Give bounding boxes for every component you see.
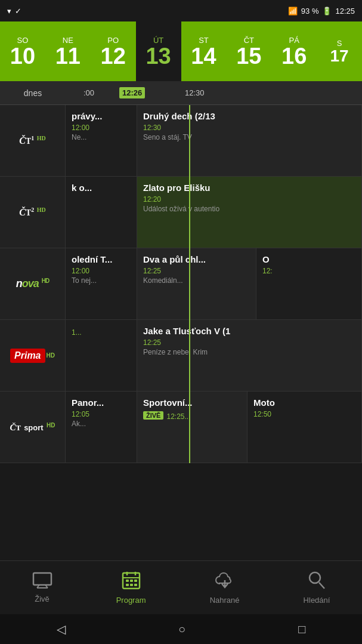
prima-logo: Prima HD [0,320,66,391]
channel-row-ct2: ČT2 HD k o... Zlato pro Elišku 12:20 Udá… [0,177,362,248]
ct2-prog2-time: 12:20 [143,195,355,204]
nova-prog1-time: 12:00 [72,267,131,275]
today-label: dnes [0,88,66,98]
ctsport-programs: Panor... 12:05 Ak... Sportovní... ŽIVĚ 1… [66,392,362,463]
recent-button[interactable]: □ [286,618,317,641]
prima-prog2-desc: Peníze z nebe. Krim [143,348,355,356]
tab-po-num: 12 [101,45,126,67]
svg-rect-10 [134,580,137,582]
ct2-prog1-title: k o... [72,183,131,193]
ctsport-prog3[interactable]: Moto 12:50 [247,392,362,463]
nova-prog3[interactable]: O 12: [256,248,362,319]
search-icon [308,571,326,593]
tv-icon [32,572,52,591]
cloud-download-icon [215,571,235,593]
channel-row-prima: Prima HD 1... Jake a Tlusťoch V (1 12:25… [0,320,362,392]
ctsport-prog2-title: Sportovní... [143,398,241,408]
ctsport-prog1[interactable]: Panor... 12:05 Ak... [66,392,137,463]
tab-ut[interactable]: ÚT 13 [136,21,181,81]
tab-ct[interactable]: ČT 15 [226,21,271,81]
nova-prog1[interactable]: olední T... 12:00 To nej... [66,248,137,319]
tab-st-num: 14 [191,45,216,67]
svg-rect-9 [130,580,133,582]
nav-live[interactable]: Živě [32,572,52,603]
nova-prog1-desc: To nej... [72,276,131,285]
tab-pa[interactable]: PÁ 16 [271,21,317,81]
wifi-icon: 📶 [288,7,298,16]
svg-rect-0 [33,573,51,585]
live-badge: ŽIVĚ [143,411,163,420]
tab-so-num: 10 [10,45,35,67]
ct2-prog2-title: Zlato pro Elišku [143,183,355,193]
current-time-label: 12:26 [119,87,145,98]
svg-rect-13 [134,584,137,586]
time-label-1230: 12:30 [185,88,205,97]
ct2-prog2-desc: Událost ožívá v autentio [143,205,355,213]
calendar-icon [122,571,141,593]
svg-point-15 [310,572,320,583]
ct2-prog2[interactable]: Zlato pro Elišku 12:20 Událost ožívá v a… [137,177,362,248]
prima-programs: 1... Jake a Tlusťoch V (1 12:25 Peníze z… [66,320,362,391]
ctsport-prog1-title: Panor... [72,398,131,408]
ct1-prog2-time: 12:30 [143,124,355,132]
channel-row-ct1: ČT1 HD právy... 12:00 Ne... Druhý dech (… [0,105,362,177]
battery-icon: 🔋 [322,7,332,16]
bottom-nav: Živě Program Na [0,560,362,614]
svg-line-16 [319,583,324,588]
time-label-12: :00 [83,88,94,97]
prima-prog2[interactable]: Jake a Tlusťoch V (1 12:25 Peníze z nebe… [137,320,362,391]
ctsport-prog3-time: 12:50 [253,410,355,418]
ctsport-prog2[interactable]: Sportovní... ŽIVĚ 12:25... [137,392,247,463]
tab-ut-num: 13 [146,45,171,67]
nav-program[interactable]: Program [116,571,146,605]
tab-s[interactable]: S 17 [317,21,362,81]
ct2-logo: ČT2 HD [0,177,66,248]
battery-text: 93 % [301,7,319,16]
ct1-prog2-title: Druhý dech (2/13 [143,111,355,121]
nova-prog2-desc: Komediáln... [143,276,250,285]
ct1-prog1-desc: Ne... [72,133,131,141]
tab-ct-num: 15 [236,45,261,67]
nova-logo: nova HD [0,248,66,319]
nav-recorded[interactable]: Nahrané [210,571,240,605]
ct1-prog2[interactable]: Druhý dech (2/13 12:30 Seno a stáj. TV [137,105,362,176]
ct1-logo: ČT1 HD [0,105,66,176]
home-button[interactable]: ○ [166,618,197,641]
ctsport-prog2-time: 12:25... [166,412,190,421]
system-nav: ◁ ○ □ [0,614,362,644]
channel-row-ctsport: ČT sport HD Panor... 12:05 Ak... Sportov… [0,392,362,463]
ct1-programs: právy... 12:00 Ne... Druhý dech (2/13 12… [66,105,362,176]
channel-row-nova: nova HD olední T... 12:00 To nej... Dva … [0,248,362,320]
time-bar: dnes :00 12:26 12:30 [0,81,362,105]
ct1-prog1[interactable]: právy... 12:00 Ne... [66,105,137,176]
tab-so[interactable]: SO 10 [0,21,45,81]
nav-search[interactable]: Hledání [304,571,330,605]
prima-prog1-time: 1... [72,328,131,337]
tab-ne-num: 11 [55,45,81,67]
clock: 12:25 [335,7,355,16]
tab-st[interactable]: ST 14 [181,21,227,81]
ct1-prog1-title: právy... [72,111,131,121]
channel-grid-wrapper: ČT1 HD právy... 12:00 Ne... Druhý dech (… [0,105,362,463]
back-button[interactable]: ◁ [45,617,78,641]
ct2-prog1[interactable]: k o... [66,177,137,248]
nova-prog2-title: Dva a půl chl... [143,254,250,264]
nova-prog2[interactable]: Dva a půl chl... 12:25 Komediáln... [137,248,256,319]
status-left: ▾ ✓ [7,7,21,16]
ctsport-logo: ČT sport HD [0,392,66,463]
ct1-prog1-time: 12:00 [72,124,131,132]
nav-live-label: Živě [35,594,49,603]
prima-prog1[interactable]: 1... [66,320,137,391]
nova-prog2-time: 12:25 [143,267,250,275]
tab-pa-num: 16 [281,45,307,67]
check-icon: ✓ [15,7,21,16]
day-tabs: SO 10 NE 11 PO 12 ÚT 13 ST 14 ČT 15 PÁ 1… [0,21,362,81]
svg-rect-8 [126,580,129,582]
prima-prog2-title: Jake a Tlusťoch V (1 [143,326,355,336]
prima-prog2-time: 12:25 [143,338,355,347]
tab-ne[interactable]: NE 11 [45,21,91,81]
ct2-programs: k o... Zlato pro Elišku 12:20 Událost ož… [66,177,362,248]
nav-program-label: Program [116,596,146,605]
tab-po[interactable]: PO 12 [91,21,136,81]
nova-programs: olední T... 12:00 To nej... Dva a půl ch… [66,248,362,319]
